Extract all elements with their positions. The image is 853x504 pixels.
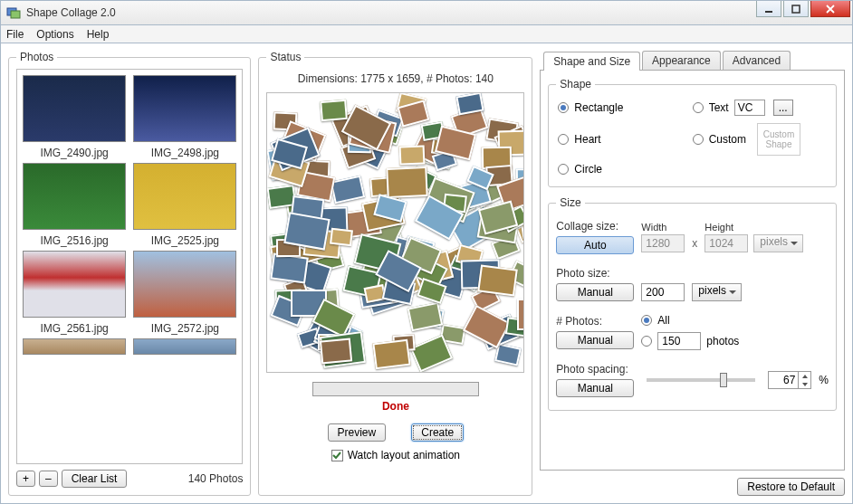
height-input[interactable] — [704, 234, 748, 252]
add-button[interactable]: + — [16, 471, 35, 487]
photo-count: 140 Photos — [188, 472, 244, 485]
collage-auto-button[interactable]: Auto — [556, 236, 634, 254]
remove-button[interactable]: – — [39, 471, 58, 487]
photos-count-input[interactable] — [657, 332, 701, 350]
shape-legend: Shape — [556, 78, 595, 90]
radio-circle[interactable] — [558, 164, 569, 175]
photo-item[interactable]: IMG_2516.jpg — [23, 163, 126, 247]
photo-thumbnail — [23, 163, 126, 230]
status-dimensions: Dimensions: 1775 x 1659, # Photos: 140 — [266, 72, 524, 85]
width-label: Width — [641, 222, 685, 233]
collage-preview — [266, 92, 524, 373]
photo-thumbnail — [23, 251, 126, 318]
radio-count-photos[interactable] — [641, 336, 652, 347]
tab-appearance[interactable]: Appearance — [642, 51, 721, 70]
label-text: Text — [709, 101, 729, 114]
width-input[interactable] — [641, 234, 685, 252]
photo-filename: IMG_2498.jpg — [133, 147, 236, 159]
photo-manual-button[interactable]: Manual — [556, 283, 634, 301]
photo-item[interactable] — [23, 338, 126, 357]
photo-filename: IMG_2516.jpg — [23, 234, 126, 247]
radio-heart[interactable] — [558, 134, 569, 145]
photo-unit-select[interactable]: pixels — [692, 283, 742, 301]
watch-label: Watch layout animation — [348, 449, 460, 461]
photo-item[interactable] — [133, 338, 236, 357]
collage-unit-select[interactable]: pixels — [753, 234, 803, 252]
size-legend: Size — [556, 196, 584, 209]
photos-legend: Photos — [16, 51, 57, 63]
menu-bar: File Options Help — [0, 25, 853, 43]
label-circle: Circle — [574, 163, 602, 176]
create-button[interactable]: Create — [411, 423, 464, 442]
tabs: Shape and Size Appearance Advanced — [543, 51, 845, 70]
size-group: Size Collage size: Auto Width x Height p… — [548, 196, 837, 411]
window-title: Shape Collage 2.0 — [26, 6, 116, 19]
radio-text[interactable] — [693, 102, 704, 113]
window-buttons — [756, 1, 852, 17]
photo-thumbnail — [133, 251, 236, 318]
label-all: All — [657, 314, 669, 327]
shape-group: Shape Rectangle Text ... Heart Custom Cu… — [548, 78, 837, 187]
preview-button[interactable]: Preview — [328, 423, 387, 442]
status-panel: Status Dimensions: 1775 x 1659, # Photos… — [258, 51, 532, 496]
menu-file[interactable]: File — [6, 28, 24, 41]
spacing-manual-button[interactable]: Manual — [556, 379, 634, 397]
spacing-value[interactable] — [768, 371, 799, 389]
photo-filename: IMG_2525.jpg — [133, 234, 236, 247]
photo-grid[interactable]: IMG_2490.jpgIMG_2498.jpgIMG_2516.jpgIMG_… — [16, 69, 243, 464]
pct-label: % — [819, 374, 829, 386]
num-photos-manual-button[interactable]: Manual — [556, 331, 634, 349]
x-separator: x — [690, 237, 699, 252]
spacing-label: Photo spacing: — [556, 363, 634, 376]
right-panel: Shape and Size Appearance Advanced Shape… — [540, 51, 845, 496]
photo-filename: IMG_2490.jpg — [23, 147, 126, 159]
photo-item[interactable]: IMG_2498.jpg — [133, 75, 236, 159]
close-button[interactable] — [810, 1, 850, 17]
label-heart: Heart — [574, 133, 600, 146]
spacing-spinner[interactable] — [768, 371, 811, 389]
custom-shape-box[interactable]: Custom Shape — [757, 123, 800, 156]
label-custom: Custom — [709, 133, 746, 146]
svg-rect-3 — [792, 5, 800, 13]
photo-item[interactable]: IMG_2561.jpg — [23, 251, 126, 335]
photo-size-label: Photo size: — [556, 267, 634, 280]
photo-thumbnail — [133, 75, 236, 142]
photos-panel: Photos IMG_2490.jpgIMG_2498.jpgIMG_2516.… — [8, 51, 251, 496]
minimize-button[interactable] — [756, 1, 781, 17]
tab-advanced[interactable]: Advanced — [723, 51, 791, 70]
photo-filename: IMG_2572.jpg — [133, 322, 236, 335]
svg-rect-1 — [11, 11, 20, 18]
title-bar: Shape Collage 2.0 — [0, 0, 853, 25]
text-input[interactable] — [734, 100, 765, 116]
label-rectangle: Rectangle — [574, 101, 623, 114]
photo-thumbnail — [133, 163, 236, 230]
height-label: Height — [704, 222, 748, 233]
status-done: Done — [266, 400, 524, 413]
photo-item[interactable]: IMG_2525.jpg — [133, 163, 236, 247]
watch-checkbox[interactable] — [331, 450, 343, 461]
text-browse-button[interactable]: ... — [773, 100, 793, 116]
status-legend: Status — [266, 51, 304, 63]
spin-up-icon[interactable] — [799, 372, 810, 380]
restore-default-button[interactable]: Restore to Default — [737, 478, 845, 496]
clear-list-button[interactable]: Clear List — [62, 470, 128, 488]
photo-item[interactable]: IMG_2490.jpg — [23, 75, 126, 159]
tab-shape-size[interactable]: Shape and Size — [543, 52, 640, 71]
app-icon — [6, 5, 21, 20]
menu-help[interactable]: Help — [87, 28, 110, 41]
menu-options[interactable]: Options — [36, 28, 73, 41]
radio-rectangle[interactable] — [558, 102, 569, 113]
num-photos-label: # Photos: — [556, 315, 634, 328]
collage-size-label: Collage size: — [556, 220, 634, 233]
spin-down-icon[interactable] — [799, 380, 810, 388]
progress-bar — [312, 382, 479, 396]
photo-item[interactable]: IMG_2572.jpg — [133, 251, 236, 335]
radio-custom[interactable] — [693, 134, 704, 145]
maximize-button[interactable] — [783, 1, 809, 17]
spacing-slider[interactable] — [647, 378, 755, 382]
photo-size-input[interactable] — [641, 283, 685, 301]
slider-thumb[interactable] — [720, 373, 727, 387]
photo-filename: IMG_2561.jpg — [23, 322, 126, 335]
photos-word: photos — [706, 335, 739, 347]
radio-all-photos[interactable] — [641, 315, 652, 326]
